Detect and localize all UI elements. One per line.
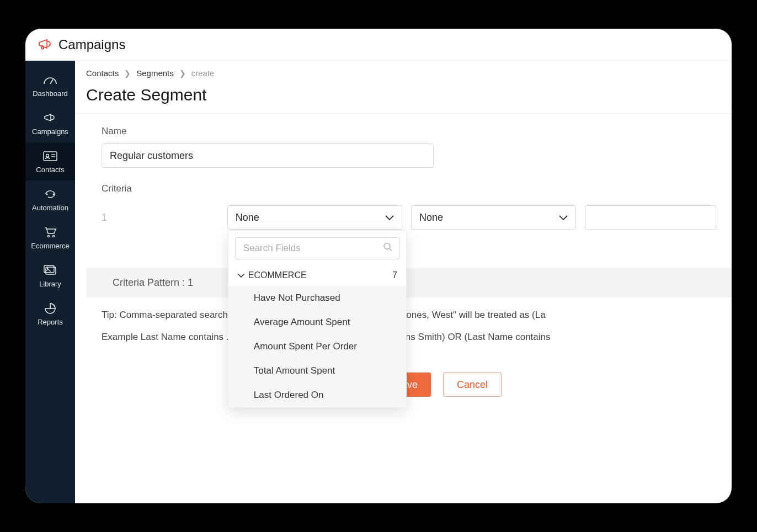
sidebar-item-label: Ecommerce (31, 242, 69, 250)
button-row: ave Cancel (388, 373, 716, 397)
dropdown-group-header[interactable]: ECOMMERCE 7 (228, 265, 406, 286)
svg-point-12 (384, 243, 390, 249)
sidebar: Dashboard Campaigns Contacts Automation (25, 61, 75, 503)
criteria-pattern: Criteria Pattern : 1 (86, 268, 732, 297)
search-icon (383, 242, 393, 255)
criteria-row-number: 1 (102, 212, 110, 224)
cycle-icon (42, 188, 58, 200)
sidebar-item-label: Contacts (36, 166, 64, 174)
sidebar-item-label: Automation (32, 204, 68, 212)
image-stack-icon (42, 264, 58, 276)
svg-point-6 (53, 194, 55, 195)
sidebar-item-automation[interactable]: Automation (25, 180, 75, 219)
select-value: None (419, 212, 443, 224)
chevron-down-icon (559, 212, 568, 224)
breadcrumb-contacts[interactable]: Contacts (86, 68, 119, 78)
megaphone-icon (42, 112, 58, 124)
criteria-label: Criteria (102, 183, 716, 194)
segment-name-input[interactable] (102, 143, 434, 168)
breadcrumb: Contacts ❯ Segments ❯ create (75, 61, 732, 82)
page-title: Create Segment (75, 82, 732, 114)
criteria-row: 1 None (102, 205, 716, 230)
gauge-icon (42, 74, 58, 86)
breadcrumb-current: create (191, 68, 215, 78)
chevron-down-icon (237, 270, 245, 280)
dropdown-search-input[interactable] (235, 237, 399, 259)
sidebar-item-label: Dashboard (33, 89, 68, 98)
app-window: Campaigns Dashboard Campaigns Contacts (25, 29, 732, 503)
top-bar: Campaigns (25, 29, 732, 61)
svg-rect-1 (44, 152, 57, 161)
main-content: Contacts ❯ Segments ❯ create Create Segm… (75, 61, 732, 503)
sidebar-item-contacts[interactable]: Contacts (25, 142, 75, 180)
form-area: Name Criteria 1 None (75, 114, 732, 397)
cart-icon (42, 226, 58, 238)
dropdown-item[interactable]: Total Amount Spent (228, 359, 406, 383)
sidebar-item-label: Campaigns (32, 127, 68, 136)
chevron-down-icon (385, 212, 394, 224)
brand-name: Campaigns (58, 37, 125, 52)
sidebar-item-label: Library (39, 280, 61, 288)
id-card-icon (42, 150, 58, 162)
sidebar-item-label: Reports (38, 318, 63, 326)
svg-point-7 (47, 235, 49, 237)
sidebar-item-library[interactable]: Library (25, 257, 75, 295)
megaphone-icon (38, 38, 53, 51)
svg-line-0 (50, 79, 53, 84)
sidebar-item-reports[interactable]: Reports (25, 295, 75, 333)
dropdown-item[interactable]: Amount Spent Per Order (228, 334, 406, 359)
chevron-right-icon: ❯ (124, 69, 131, 78)
dropdown-item[interactable]: Have Not Purchased (228, 286, 406, 310)
select-value: None (236, 212, 259, 224)
field-dropdown: ECOMMERCE 7 Have Not Purchased Average A… (228, 230, 407, 408)
breadcrumb-segments[interactable]: Segments (136, 68, 174, 78)
example-text: Example Last Name contains . ne contains… (102, 332, 716, 343)
pie-chart-icon (42, 302, 58, 315)
sidebar-item-dashboard[interactable]: Dashboard (25, 66, 75, 104)
tip-text: Tip: Comma-separated search as 'OR' crit… (102, 310, 716, 321)
dropdown-group-count: 7 (392, 270, 397, 280)
dropdown-item[interactable]: Last Ordered On (228, 383, 406, 407)
dropdown-group-label: ECOMMERCE (248, 270, 307, 280)
svg-point-2 (46, 155, 49, 157)
chevron-right-icon: ❯ (179, 69, 186, 78)
sidebar-item-campaigns[interactable]: Campaigns (25, 104, 75, 142)
svg-line-13 (390, 249, 392, 251)
sidebar-item-ecommerce[interactable]: Ecommerce (25, 219, 75, 257)
svg-point-8 (52, 235, 54, 237)
name-label: Name (102, 126, 716, 137)
cancel-button[interactable]: Cancel (443, 373, 502, 397)
criteria-value-input[interactable] (585, 205, 716, 230)
dropdown-item[interactable]: Average Amount Spent (228, 310, 406, 334)
svg-point-11 (47, 268, 49, 269)
criteria-operator-select[interactable]: None (411, 205, 576, 230)
svg-point-5 (46, 194, 48, 195)
criteria-field-select[interactable]: None (227, 205, 402, 230)
